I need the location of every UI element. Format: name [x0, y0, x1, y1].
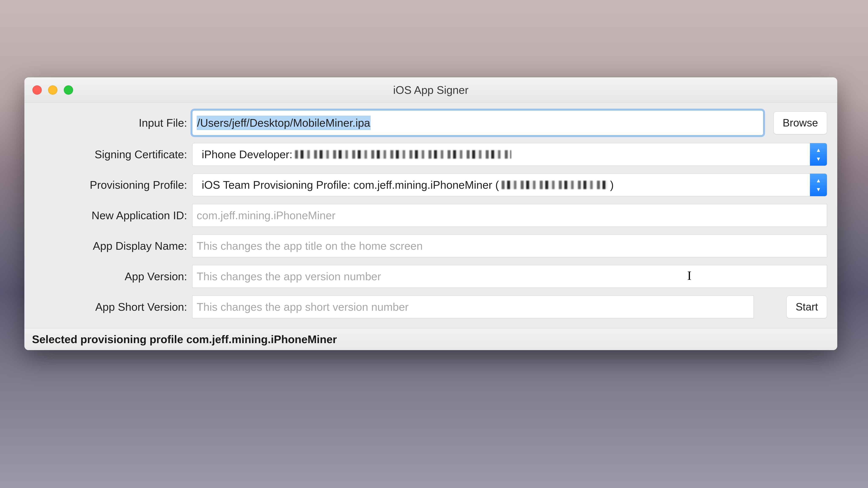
input-file-field[interactable]: /Users/jeff/Desktop/MobileMiner.ipa: [192, 110, 763, 135]
zoom-icon[interactable]: [64, 85, 73, 95]
row-app-version: App Version: I: [35, 265, 827, 288]
row-display-name: App Display Name:: [35, 234, 827, 257]
input-file-label: Input File:: [35, 117, 187, 129]
row-signing-cert: Signing Certificate: iPhone Developer: ▲…: [35, 143, 827, 166]
prov-profile-popup[interactable]: iOS Team Provisioning Profile: com.jeff.…: [192, 173, 827, 196]
form: Input File: /Users/jeff/Desktop/MobileMi…: [24, 103, 837, 328]
minimize-icon[interactable]: [48, 85, 57, 95]
app-window: iOS App Signer Input File: /Users/jeff/D…: [24, 77, 837, 350]
short-version-field[interactable]: [192, 295, 754, 318]
signing-cert-label: Signing Certificate:: [35, 148, 187, 161]
row-short-version: App Short Version: Start: [35, 295, 827, 318]
signing-cert-obscured: [295, 150, 511, 159]
input-file-value: /Users/jeff/Desktop/MobileMiner.ipa: [197, 116, 371, 130]
window-title: iOS App Signer: [393, 84, 469, 96]
new-app-id-label: New Application ID:: [35, 209, 187, 222]
row-prov-profile: Provisioning Profile: iOS Team Provision…: [35, 173, 827, 196]
app-version-label: App Version:: [35, 270, 187, 283]
display-name-field[interactable]: [192, 234, 827, 257]
browse-button[interactable]: Browse: [774, 111, 827, 134]
row-new-app-id: New Application ID:: [35, 204, 827, 227]
status-bar: Selected provisioning profile com.jeff.m…: [24, 328, 837, 350]
row-input-file: Input File: /Users/jeff/Desktop/MobileMi…: [35, 110, 827, 135]
close-icon[interactable]: [32, 85, 42, 95]
start-button[interactable]: Start: [786, 295, 827, 318]
traffic-lights: [32, 85, 73, 95]
chevron-updown-icon: ▲▼: [810, 143, 827, 166]
prov-profile-label: Provisioning Profile:: [35, 178, 187, 191]
new-app-id-field[interactable]: [192, 204, 827, 227]
app-version-field[interactable]: [192, 265, 827, 288]
status-text: Selected provisioning profile com.jeff.m…: [32, 333, 337, 346]
prov-profile-obscured: [502, 181, 608, 189]
chevron-updown-icon: ▲▼: [810, 174, 827, 196]
prov-profile-suffix: ): [610, 178, 614, 191]
signing-cert-popup[interactable]: iPhone Developer: ▲▼: [192, 143, 827, 166]
signing-cert-prefix: iPhone Developer:: [202, 148, 292, 161]
prov-profile-prefix: iOS Team Provisioning Profile: com.jeff.…: [202, 178, 499, 191]
titlebar: iOS App Signer: [24, 77, 837, 103]
display-name-label: App Display Name:: [35, 239, 187, 252]
short-version-label: App Short Version:: [35, 300, 187, 313]
